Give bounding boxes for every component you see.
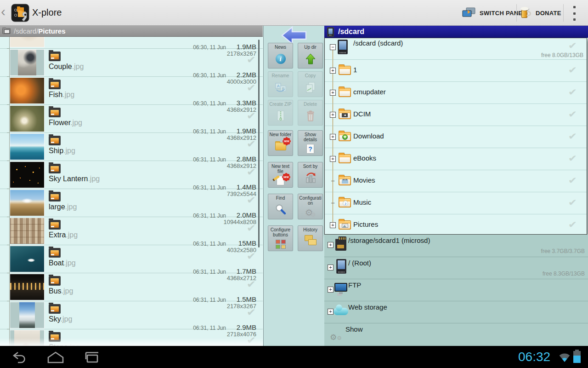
file-ext: .jpg	[63, 147, 75, 155]
expand-icon[interactable]: +	[328, 287, 334, 293]
file-list-scrollbar[interactable]	[258, 40, 260, 247]
file-size: 2.0MB	[232, 211, 256, 219]
tree-item-folder[interactable]: + 1 ✔	[325, 59, 587, 81]
expand-icon[interactable]: +	[330, 222, 336, 228]
toolbar-button-find[interactable]: Find	[268, 194, 293, 219]
search-icon	[275, 204, 287, 216]
file-thumbnail	[10, 37, 45, 47]
device-row-web-storage[interactable]: + Web storage	[324, 301, 588, 323]
pictures-folder-icon	[2, 28, 11, 34]
tree-item-folder[interactable]: + cmupdater ✔	[325, 81, 587, 104]
check-icon: ✔	[568, 86, 577, 98]
file-ext: .jpg	[60, 315, 72, 323]
file-name: Bus	[49, 287, 62, 295]
collapse-pane-arrow[interactable]	[280, 26, 308, 45]
gear-icon: ⚙	[311, 211, 316, 218]
expand-icon[interactable]: +	[328, 309, 334, 315]
donate-button[interactable]: DONATE	[521, 0, 561, 26]
expand-icon[interactable]: +	[328, 264, 334, 270]
app-logo-icon[interactable]	[11, 4, 29, 22]
file-thumbnail	[10, 49, 45, 76]
file-thumbnail	[10, 161, 45, 188]
check-icon: ✔	[247, 110, 256, 121]
new-badge-icon: NEW	[283, 174, 289, 180]
toolbar-button-new-text-file[interactable]: New text file NEW	[268, 162, 293, 188]
file-size: 3.3MB	[232, 99, 256, 107]
image-file-icon	[49, 52, 61, 61]
file-ext: .jpg	[88, 175, 100, 183]
file-ext: .jpg	[62, 287, 74, 295]
image-file-icon	[49, 108, 61, 117]
tree-item-movies[interactable]: – Movies ✔	[325, 170, 587, 192]
nav-back-icon[interactable]	[10, 351, 28, 364]
nav-recents-icon[interactable]	[83, 351, 102, 364]
file-list[interactable]: Couple.jpg 06:30, 11 Jun1.9MB 2178x3267 …	[0, 37, 263, 346]
check-icon: ✔	[568, 175, 577, 186]
right-pane-header[interactable]: /sdcard	[324, 26, 588, 38]
check-icon: ✔	[568, 197, 577, 208]
tree-item-download[interactable]: + Download ✔	[325, 126, 587, 148]
expand-icon[interactable]: +	[328, 242, 334, 248]
nav-home-icon[interactable]	[46, 351, 65, 364]
image-file-icon	[49, 276, 61, 286]
file-size: 1.9MB	[232, 43, 256, 51]
file-thumbnail	[10, 105, 45, 132]
toolbar-button-history[interactable]: History	[298, 225, 323, 251]
device-row-root[interactable]: + / (Root) free 8.3GB/13GB	[324, 257, 588, 279]
file-name: Boat	[49, 259, 64, 267]
tree-item-dcim[interactable]: + DCIM ✔	[325, 104, 587, 126]
device-row-ftp[interactable]: + FTP	[324, 279, 588, 301]
new-badge-icon: NEW	[283, 138, 290, 144]
file-thumbnail	[10, 246, 45, 272]
toolbar-button-up-dir[interactable]: Up dir	[298, 43, 323, 69]
expand-icon[interactable]: +	[330, 112, 336, 118]
file-date: 06:31, 11 Jun	[193, 325, 226, 331]
top-action-bar: ‹ X-plore SWITCH PANE DONA	[0, 0, 588, 26]
tree-item-pictures[interactable]: + Pictures ✔	[325, 214, 587, 235]
toolbar-button-configure-buttons[interactable]: Configure buttons	[268, 225, 293, 251]
file-date: 06:31, 11 Jun	[193, 156, 226, 163]
overflow-menu-icon[interactable]	[570, 6, 579, 21]
tree-item-sdcard-root[interactable]: − /sdcard (sdcard) free 8.0GB/13GB ✔	[325, 38, 587, 59]
device-row-microsd[interactable]: + /storage/sdcard1 (microsd) free 3.7GB/…	[324, 235, 588, 257]
breadcrumb[interactable]: /sdcard/Pictures	[0, 26, 263, 37]
folder-tree-panel: − /sdcard (sdcard) free 8.0GB/13GB ✔ + 1…	[324, 38, 587, 235]
tree-item-folder[interactable]: + eBooks ✔	[325, 148, 587, 170]
expand-icon[interactable]: +	[330, 90, 336, 96]
file-ext: .jpg	[64, 259, 76, 267]
file-name: Sky	[49, 315, 60, 323]
toolbar-button-new-folder[interactable]: New folder NEW	[268, 130, 293, 156]
toolbar-button-configuration[interactable]: Configuration ⚙⚙	[298, 194, 323, 219]
camera-folder-icon	[339, 110, 351, 119]
toolbar-button-news[interactable]: News i	[268, 43, 293, 69]
collapse-icon[interactable]: −	[330, 44, 336, 50]
up-arrow-icon	[305, 53, 317, 65]
device-row-show[interactable]: ⚙⚙ Show	[324, 323, 588, 346]
file-size: 1.4MB	[232, 183, 256, 191]
file-size: 15MB	[232, 239, 256, 247]
back-chevron-icon[interactable]: ‹	[1, 4, 6, 19]
status-clock[interactable]: 06:32	[518, 350, 550, 364]
check-icon: ✔	[568, 219, 577, 230]
leaf-dash-icon: –	[330, 200, 336, 206]
expand-icon[interactable]: +	[330, 68, 336, 74]
tree-item-music[interactable]: – ♪ Music ✔	[325, 192, 587, 214]
copy-icon	[305, 81, 316, 93]
check-icon: ✔	[568, 40, 577, 51]
check-icon: ✔	[247, 251, 256, 262]
check-icon: ✔	[568, 131, 577, 142]
expand-icon[interactable]: +	[330, 134, 336, 140]
file-name: Fish	[49, 91, 62, 98]
expand-icon[interactable]: +	[330, 156, 336, 162]
image-file-icon	[49, 304, 61, 314]
image-file-icon	[49, 192, 61, 201]
file-date: 06:30, 11 Jun	[193, 44, 226, 51]
check-icon: ✔	[568, 109, 577, 120]
toolbar-button-show-details[interactable]: Show details ?	[298, 130, 323, 156]
check-icon: ✔	[247, 307, 256, 318]
toolbar-button-sort-by[interactable]: Sort by	[298, 162, 323, 188]
actionbar-divider	[516, 4, 517, 22]
switch-pane-button[interactable]: SWITCH PANE	[462, 0, 522, 26]
file-size: 1.7MB	[232, 267, 256, 275]
sort-icon	[305, 172, 317, 184]
